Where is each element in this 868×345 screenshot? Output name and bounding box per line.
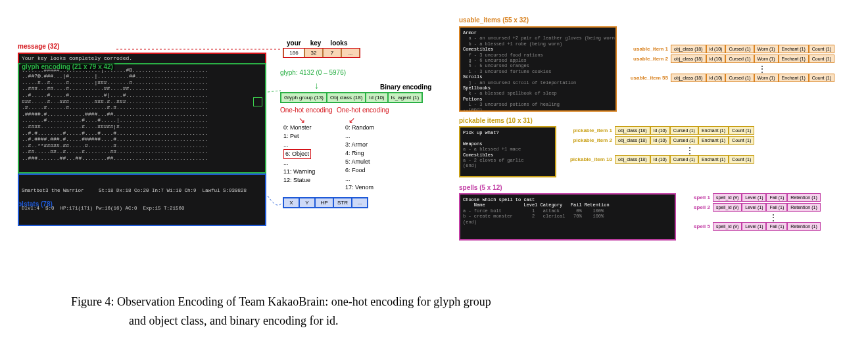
usable-row-label: usable_item 55 (625, 75, 671, 81)
vdots-icon: ⋮ (562, 146, 766, 155)
figure-caption: Figure 4: Observation Encoding of Team K… (71, 292, 794, 331)
usable-row-label: usable_item 2 (625, 56, 671, 62)
blstats-label: blstats (78) (18, 200, 53, 208)
feature-pill: Fail (1) (766, 222, 787, 231)
glyph-pill: Glyph group (13) (281, 93, 327, 103)
pickable-pill-row: obj_class (18)Id (10)Cursed (1)Enchant (… (615, 126, 754, 135)
usable-label: usable_items (55 x 32) (459, 16, 529, 24)
feature-pill: Retention (1) (787, 222, 820, 231)
usable-item-rows: usable_item 1 obj_class (18)id (10)Curse… (625, 45, 855, 82)
feature-pill: Cursed (1) (725, 55, 754, 63)
usable-pill-row: obj_class (18)id (10)Cursed (1)Worn (1)E… (671, 74, 834, 82)
feature-pill: spell_id (9) (713, 193, 742, 202)
spell-pill-row: spell_id (9)Level (1)Fail (1)Retention (… (713, 222, 821, 231)
feature-pill: Retention (1) (787, 203, 820, 212)
obj-class-list-right: 0: Random ... 3: Armor 4: Ring 5: Amulet… (345, 124, 374, 192)
feature-pill: obj_class (18) (615, 155, 650, 164)
spells-item-rows: spell 1 spell_id (9)Level (1)Fail (1)Ret… (684, 193, 835, 231)
spell-row-label: spell 5 (684, 223, 713, 229)
binary-encoding-label: Binary encoding (380, 83, 431, 91)
enum-item: ... (345, 132, 374, 141)
feature-pill: Cursed (1) (725, 45, 754, 53)
spell-pill-row: spell_id (9)Level (1)Fail (1)Retention (… (713, 203, 821, 212)
feature-pill: Enchant (1) (779, 45, 809, 53)
glyph-cursor-box (253, 97, 262, 106)
feature-pill: id (10) (706, 45, 726, 53)
usable-pill-row: obj_class (18)id (10)Cursed (1)Worn (1)E… (671, 45, 834, 53)
pickable-pill-row: obj_class (18)Id (10)Cursed (1)Enchant (… (615, 136, 754, 145)
game-terminal: Your key looks completely corroded. glyp… (18, 53, 266, 195)
key-label: looks (330, 39, 347, 47)
one-hot-label-2: One-hot encoding (337, 106, 389, 114)
feature-pill: Worn (1) (754, 74, 779, 82)
glyph-group-list-left: 0: Monster 1: Pet ... 6: Object ... 11: … (283, 124, 315, 185)
enum-item: ... (283, 141, 315, 149)
feature-pill: Enchant (1) (698, 126, 729, 135)
glyph-pill: Id (10) (366, 93, 387, 103)
key-value: 32 (304, 49, 323, 57)
key-label: key (310, 39, 322, 47)
enum-item: ... (283, 159, 315, 168)
glyph-note: glyph: 4132 (0 – 5976) (280, 69, 346, 76)
feature-pill: obj_class (18) (671, 45, 706, 53)
spells-label: spells (5 x 12) (459, 184, 502, 191)
feature-pill: Cursed (1) (725, 74, 754, 82)
feature-pill: Count (1) (729, 136, 754, 145)
arrow-down-icon: ↓ (314, 80, 319, 91)
feature-pill: Cursed (1) (670, 126, 698, 135)
key-value: ... (341, 49, 360, 57)
feature-pill: spell_id (9) (713, 203, 742, 212)
feature-pill: obj_class (18) (671, 55, 706, 63)
pickable-row-label: pickable_item 2 (562, 137, 615, 143)
enum-item: 0: Random (345, 124, 374, 132)
glyph-map: .......#####.............|.......#B.....… (18, 63, 266, 173)
pickable-row-label: pickable_item 10 (562, 156, 615, 162)
bl-pill: HP (315, 198, 333, 208)
key-value: 186 (283, 49, 304, 57)
enum-item: 4: Ring (345, 149, 374, 158)
feature-pill: spell_id (9) (713, 222, 742, 231)
bl-pill: X (283, 198, 299, 208)
spell-pill-row: spell_id (9)Level (1)Fail (1)Retention (… (713, 193, 821, 202)
enum-item-highlight: 6: Object (283, 149, 311, 159)
feature-pill: obj_class (18) (615, 136, 650, 145)
feature-pill: Fail (1) (766, 203, 787, 212)
enum-item: 12: Statue (283, 176, 315, 185)
spells-terminal: Choose which spell to cast Name Level Ca… (459, 193, 676, 241)
feature-pill: obj_class (18) (671, 74, 706, 82)
feature-pill: obj_class (18) (615, 126, 650, 135)
feature-pill: Id (10) (650, 136, 670, 145)
feature-pill: Level (1) (742, 193, 766, 202)
feature-pill: Fail (1) (766, 193, 787, 202)
feature-pill: Enchant (1) (698, 136, 729, 145)
pickable-item-rows: pickable_item 1 obj_class (18)Id (10)Cur… (562, 126, 766, 164)
feature-pill: Enchant (1) (698, 155, 729, 164)
feature-pill: Level (1) (742, 203, 766, 212)
feature-pill: Level (1) (742, 222, 766, 231)
glyph-label: glyph encoding (21 x 79 x 42) (20, 63, 114, 70)
bl-pill: ... (352, 198, 368, 208)
bl-pill: Y (299, 198, 315, 208)
feature-pill: Cursed (1) (670, 155, 698, 164)
usable-pill-row: obj_class (18)id (10)Cursed (1)Worn (1)E… (671, 55, 834, 63)
enum-item: 6: Food (345, 166, 374, 175)
key-label: your (287, 39, 301, 47)
enum-item: 3: Armor (345, 141, 374, 149)
usable-row-label: usable_item 1 (625, 46, 671, 52)
feature-pill: Count (1) (809, 55, 834, 63)
feature-pill: id (10) (706, 74, 726, 82)
feature-pill: Retention (1) (787, 193, 820, 202)
message-bar: Your key looks completely corroded. (18, 53, 266, 63)
feature-pill: Count (1) (729, 155, 754, 164)
pickable-terminal: Pick up what? Weapons a - a blessed +1 m… (459, 126, 556, 177)
feature-pill: Worn (1) (754, 55, 779, 63)
glyph-pill: Obj class (18) (327, 93, 366, 103)
enum-item: 5: Amulet (345, 158, 374, 166)
vdots-icon: ⋮ (625, 64, 855, 74)
feature-pill: Count (1) (809, 74, 834, 82)
blstats-pills: X Y HP STR ... (283, 197, 368, 208)
pickable-pill-row: obj_class (18)Id (10)Cursed (1)Enchant (… (615, 155, 754, 164)
enum-item: 17: Venom (345, 183, 374, 192)
pickable-label: pickable items (10 x 31) (459, 117, 533, 124)
feature-pill: Id (10) (650, 126, 670, 135)
